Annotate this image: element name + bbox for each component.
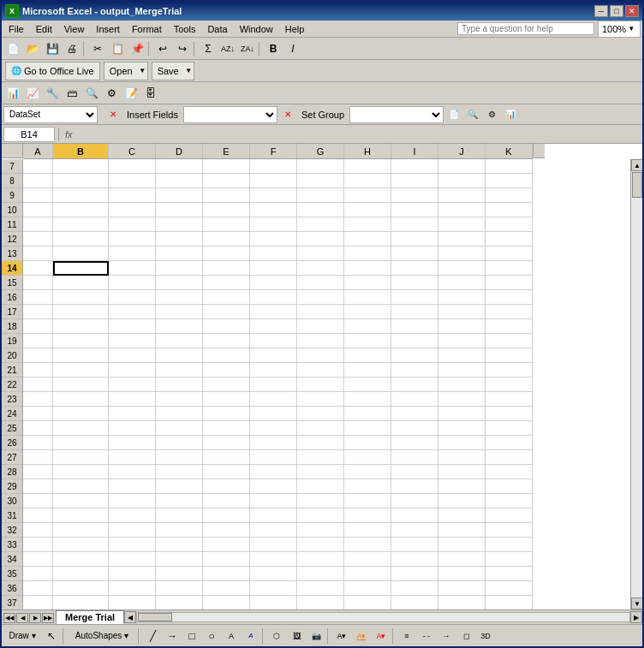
autoshapes-button[interactable]: AutoShapes ▾ (68, 627, 136, 645)
cell-H33[interactable] (344, 538, 391, 552)
cell-C17[interactable] (109, 305, 156, 319)
select-objects-button[interactable]: ↖ (42, 627, 61, 645)
cell-D26[interactable] (156, 436, 203, 450)
cell-I13[interactable] (391, 247, 438, 261)
cell-K26[interactable] (486, 436, 533, 450)
cell-D15[interactable] (156, 276, 203, 290)
cell-H18[interactable] (344, 319, 391, 334)
cell-F7[interactable] (250, 159, 297, 174)
cell-C23[interactable] (109, 392, 156, 407)
cell-I11[interactable] (391, 217, 438, 232)
tool7-button[interactable]: 📝 (122, 84, 140, 103)
cell-B11[interactable] (53, 217, 109, 232)
tool6-button[interactable]: ⚙ (102, 84, 121, 103)
save-toolbar-button[interactable]: 💾 (43, 39, 62, 58)
cell-K27[interactable] (486, 450, 533, 465)
cell-B9[interactable] (53, 188, 109, 203)
cell-C9[interactable] (109, 188, 156, 203)
row-header-31[interactable]: 31 (2, 508, 22, 523)
paste-button[interactable]: 📌 (128, 39, 146, 58)
tool1-button[interactable]: 📊 (3, 84, 22, 103)
cell-D14[interactable] (156, 261, 203, 276)
cell-G34[interactable] (297, 552, 344, 567)
cell-H35[interactable] (344, 567, 391, 581)
cell-E24[interactable] (203, 407, 250, 421)
go-to-office-live-button[interactable]: 🌐 Go to Office Live (5, 62, 100, 80)
sheet-nav-next[interactable]: ▶ (29, 613, 41, 623)
cell-I34[interactable] (391, 552, 438, 567)
cell-F23[interactable] (250, 392, 297, 407)
col-header-E[interactable]: E (203, 144, 250, 158)
col-header-I[interactable]: I (391, 144, 438, 158)
cell-A8[interactable] (23, 174, 53, 188)
cell-I32[interactable] (391, 523, 438, 538)
row-header-24[interactable]: 24 (2, 407, 22, 421)
cell-K22[interactable] (486, 378, 533, 392)
cell-C21[interactable] (109, 363, 156, 378)
cell-E34[interactable] (203, 552, 250, 567)
cell-E20[interactable] (203, 348, 250, 363)
cell-D12[interactable] (156, 232, 203, 247)
cell-H21[interactable] (344, 363, 391, 378)
draw-menu-button[interactable]: Draw ▾ (3, 627, 41, 645)
row-header-28[interactable]: 28 (2, 465, 22, 479)
menu-insert[interactable]: Insert (91, 22, 125, 36)
cell-I36[interactable] (391, 581, 438, 596)
set-group-combo[interactable] (349, 106, 444, 123)
cell-F20[interactable] (250, 348, 297, 363)
cell-J12[interactable] (438, 232, 486, 247)
row-header-35[interactable]: 35 (2, 567, 22, 581)
cell-A9[interactable] (23, 188, 53, 203)
cell-A26[interactable] (23, 436, 53, 450)
cell-H30[interactable] (344, 494, 391, 508)
col-header-J[interactable]: J (438, 144, 486, 158)
cell-H19[interactable] (344, 334, 391, 348)
cell-F19[interactable] (250, 334, 297, 348)
cell-J16[interactable] (438, 290, 486, 305)
cell-A27[interactable] (23, 450, 53, 465)
cell-D32[interactable] (156, 523, 203, 538)
cell-G20[interactable] (297, 348, 344, 363)
line-style-button[interactable]: ≡ (397, 627, 416, 645)
cell-C36[interactable] (109, 581, 156, 596)
cell-F33[interactable] (250, 538, 297, 552)
cell-H15[interactable] (344, 276, 391, 290)
cell-K10[interactable] (486, 203, 533, 217)
cell-I23[interactable] (391, 392, 438, 407)
cell-F27[interactable] (250, 450, 297, 465)
cell-E13[interactable] (203, 247, 250, 261)
cell-D36[interactable] (156, 581, 203, 596)
sum-button[interactable]: Σ (199, 39, 218, 58)
col-header-B[interactable]: B (53, 144, 109, 158)
cell-A10[interactable] (23, 203, 53, 217)
cell-K30[interactable] (486, 494, 533, 508)
cell-B20[interactable] (53, 348, 109, 363)
row-header-17[interactable]: 17 (2, 305, 22, 319)
cell-G25[interactable] (297, 421, 344, 436)
cell-F22[interactable] (250, 378, 297, 392)
row-header-37[interactable]: 37 (2, 596, 22, 609)
cell-E22[interactable] (203, 378, 250, 392)
cell-J34[interactable] (438, 552, 486, 567)
cell-C20[interactable] (109, 348, 156, 363)
tool8-button[interactable]: 🗄 (141, 84, 160, 103)
cell-G30[interactable] (297, 494, 344, 508)
cell-I18[interactable] (391, 319, 438, 334)
textbox-tool[interactable]: A (222, 627, 241, 645)
row-header-8[interactable]: 8 (2, 174, 22, 188)
cell-A33[interactable] (23, 538, 53, 552)
cell-A29[interactable] (23, 479, 53, 494)
cell-H20[interactable] (344, 348, 391, 363)
cell-E17[interactable] (203, 305, 250, 319)
cell-E33[interactable] (203, 538, 250, 552)
cell-F34[interactable] (250, 552, 297, 567)
cell-C24[interactable] (109, 407, 156, 421)
cell-C33[interactable] (109, 538, 156, 552)
cell-J11[interactable] (438, 217, 486, 232)
cell-E25[interactable] (203, 421, 250, 436)
cell-F11[interactable] (250, 217, 297, 232)
col-header-A[interactable]: A (23, 144, 53, 158)
cell-K7[interactable] (486, 159, 533, 174)
menu-view[interactable]: View (59, 22, 90, 36)
tool3-button[interactable]: 🔧 (43, 84, 62, 103)
